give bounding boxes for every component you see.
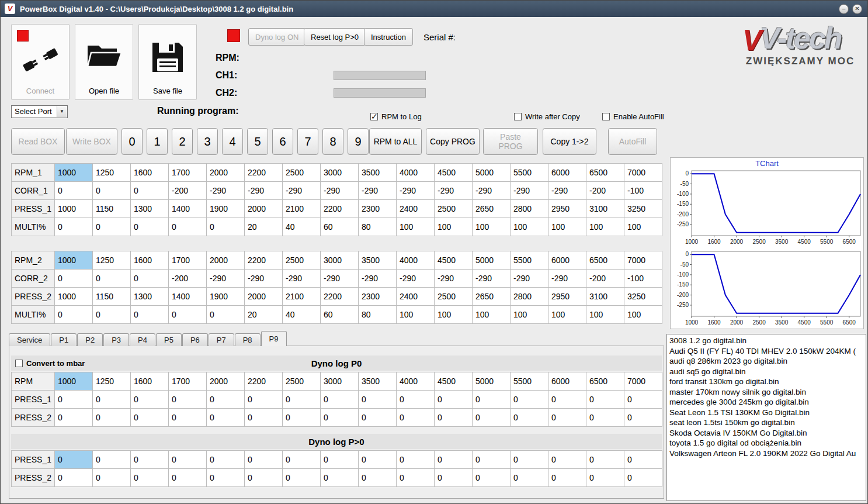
cell-corr_1-1[interactable]: 0 bbox=[93, 182, 131, 200]
cell-press_2-4[interactable]: 0 bbox=[207, 469, 245, 487]
cell-multi%-11[interactable]: 100 bbox=[473, 306, 511, 324]
tab-p9[interactable]: P9 bbox=[261, 331, 287, 346]
cell-press_2-5[interactable]: 0 bbox=[245, 469, 283, 487]
cell-corr_2-10[interactable]: -290 bbox=[435, 270, 473, 288]
cell-rpm_1-15[interactable]: 7000 bbox=[624, 164, 662, 182]
rpm-to-all-button[interactable]: RPM to ALL bbox=[369, 128, 422, 155]
cell-press_1-6[interactable]: 0 bbox=[283, 451, 321, 469]
cell-rpm-5[interactable]: 2200 bbox=[245, 372, 283, 391]
cell-multi%-12[interactable]: 100 bbox=[511, 218, 548, 236]
cell-corr_1-3[interactable]: -200 bbox=[169, 182, 207, 200]
file-list-item[interactable]: audi q8 286km 2023 go digital.bin bbox=[669, 356, 866, 367]
cell-press_1-4[interactable]: 0 bbox=[207, 391, 245, 409]
cell-press_1-12[interactable]: 2800 bbox=[511, 200, 548, 218]
cell-multi%-2[interactable]: 0 bbox=[131, 218, 169, 236]
cell-press_1-14[interactable]: 0 bbox=[586, 451, 624, 469]
cell-rpm_1-10[interactable]: 4500 bbox=[435, 164, 473, 182]
cell-corr_1-9[interactable]: -290 bbox=[397, 182, 435, 200]
cell-press_1-10[interactable]: 0 bbox=[435, 451, 473, 469]
cell-multi%-0[interactable]: 0 bbox=[55, 218, 93, 236]
cell-press_1-3[interactable]: 0 bbox=[169, 391, 207, 409]
file-list-item[interactable]: audi sq5 go digital.bin bbox=[669, 367, 866, 377]
cell-press_1-12[interactable]: 0 bbox=[511, 391, 548, 409]
cell-multi%-14[interactable]: 100 bbox=[586, 306, 624, 324]
cell-press_2-15[interactable]: 0 bbox=[624, 469, 662, 487]
cell-press_1-10[interactable]: 0 bbox=[435, 391, 473, 409]
cell-multi%-4[interactable]: 0 bbox=[207, 218, 245, 236]
cell-multi%-5[interactable]: 20 bbox=[245, 306, 283, 324]
cell-rpm_1-9[interactable]: 4000 bbox=[397, 164, 435, 182]
cell-press_2-8[interactable]: 0 bbox=[359, 469, 397, 487]
cell-press_2-10[interactable]: 2500 bbox=[435, 288, 473, 306]
file-list-item[interactable]: Volkswagen Arteon FL 2.0 190KM 2022 Go D… bbox=[669, 448, 866, 459]
cell-rpm_2-12[interactable]: 5500 bbox=[511, 251, 548, 270]
cell-multi%-10[interactable]: 100 bbox=[435, 306, 473, 324]
cell-rpm_2-9[interactable]: 4000 bbox=[397, 251, 435, 270]
cell-rpm_1-1[interactable]: 1250 bbox=[93, 164, 131, 182]
cell-multi%-7[interactable]: 60 bbox=[321, 306, 359, 324]
cell-corr_1-8[interactable]: -290 bbox=[359, 182, 397, 200]
cell-corr_1-5[interactable]: -290 bbox=[245, 182, 283, 200]
file-list-item[interactable]: seat leon 1.5tsi 150km go digital.bin bbox=[669, 417, 866, 428]
cell-corr_1-11[interactable]: -290 bbox=[473, 182, 511, 200]
instruction-button[interactable]: Instruction bbox=[364, 28, 413, 46]
cell-multi%-6[interactable]: 40 bbox=[283, 218, 321, 236]
tab-p3[interactable]: P3 bbox=[103, 333, 129, 346]
cell-rpm_2-15[interactable]: 7000 bbox=[624, 251, 662, 270]
cell-rpm_2-8[interactable]: 3500 bbox=[359, 251, 397, 270]
cell-press_2-9[interactable]: 2400 bbox=[397, 288, 435, 306]
cell-rpm_1-0[interactable]: 1000 bbox=[55, 164, 93, 182]
cell-rpm-10[interactable]: 4500 bbox=[435, 372, 473, 391]
cell-corr_1-13[interactable]: -290 bbox=[548, 182, 586, 200]
cell-multi%-12[interactable]: 100 bbox=[511, 306, 548, 324]
cell-press_1-1[interactable]: 0 bbox=[93, 451, 131, 469]
cell-press_1-10[interactable]: 2500 bbox=[435, 200, 473, 218]
cell-press_1-5[interactable]: 0 bbox=[245, 391, 283, 409]
cell-press_2-1[interactable]: 0 bbox=[93, 409, 131, 427]
cell-press_2-7[interactable]: 0 bbox=[321, 469, 359, 487]
digit-button-5[interactable]: 5 bbox=[247, 128, 268, 155]
cell-corr_2-1[interactable]: 0 bbox=[93, 270, 131, 288]
cell-press_2-12[interactable]: 2800 bbox=[511, 288, 548, 306]
cell-press_1-15[interactable]: 0 bbox=[624, 391, 662, 409]
cell-press_2-14[interactable]: 0 bbox=[586, 469, 624, 487]
file-list-item[interactable]: Seat Leon 1.5 TSI 130KM Go Digital.bin bbox=[669, 408, 866, 418]
cell-press_1-1[interactable]: 0 bbox=[93, 391, 131, 409]
cell-press_2-2[interactable]: 0 bbox=[131, 469, 169, 487]
cell-multi%-3[interactable]: 0 bbox=[169, 306, 207, 324]
cell-corr_1-4[interactable]: -290 bbox=[207, 182, 245, 200]
cell-rpm_2-3[interactable]: 1700 bbox=[169, 251, 207, 270]
cell-press_1-9[interactable]: 0 bbox=[397, 451, 435, 469]
cell-press_2-0[interactable]: 0 bbox=[55, 409, 93, 427]
digit-button-0[interactable]: 0 bbox=[121, 128, 143, 155]
cell-multi%-8[interactable]: 80 bbox=[359, 306, 397, 324]
chevron-down-icon[interactable]: ▼ bbox=[57, 106, 67, 117]
cell-press_2-7[interactable]: 0 bbox=[321, 409, 359, 427]
cell-rpm-14[interactable]: 6500 bbox=[586, 372, 624, 391]
cell-press_1-0[interactable]: 1000 bbox=[55, 200, 93, 218]
cell-corr_1-7[interactable]: -290 bbox=[321, 182, 359, 200]
cell-press_1-6[interactable]: 0 bbox=[283, 391, 321, 409]
cell-corr_2-4[interactable]: -290 bbox=[207, 270, 245, 288]
cell-rpm-2[interactable]: 1600 bbox=[131, 372, 169, 391]
cell-press_2-6[interactable]: 0 bbox=[283, 469, 321, 487]
cell-multi%-8[interactable]: 80 bbox=[359, 218, 397, 236]
cell-multi%-15[interactable]: 100 bbox=[624, 218, 662, 236]
cell-rpm-9[interactable]: 4000 bbox=[397, 372, 435, 391]
file-list-item[interactable]: Skoda Octavia IV 150KM Go Digital.bin bbox=[669, 428, 866, 439]
cell-press_1-1[interactable]: 1150 bbox=[93, 200, 131, 218]
digit-button-2[interactable]: 2 bbox=[172, 128, 193, 155]
tab-p5[interactable]: P5 bbox=[156, 333, 182, 346]
cell-press_2-0[interactable]: 1000 bbox=[55, 288, 93, 306]
cell-multi%-3[interactable]: 0 bbox=[169, 218, 207, 236]
cell-corr_1-12[interactable]: -290 bbox=[511, 182, 548, 200]
cell-multi%-4[interactable]: 0 bbox=[207, 306, 245, 324]
cell-press_2-15[interactable]: 0 bbox=[624, 409, 662, 427]
cell-rpm_2-1[interactable]: 1250 bbox=[93, 251, 131, 270]
cell-press_1-11[interactable]: 0 bbox=[473, 451, 511, 469]
cell-press_1-9[interactable]: 0 bbox=[397, 391, 435, 409]
copy-1-to-2-button[interactable]: Copy 1->2 bbox=[543, 128, 596, 155]
cell-press_2-8[interactable]: 0 bbox=[359, 409, 397, 427]
cell-corr_2-6[interactable]: -290 bbox=[283, 270, 321, 288]
cell-rpm_1-6[interactable]: 2500 bbox=[283, 164, 321, 182]
